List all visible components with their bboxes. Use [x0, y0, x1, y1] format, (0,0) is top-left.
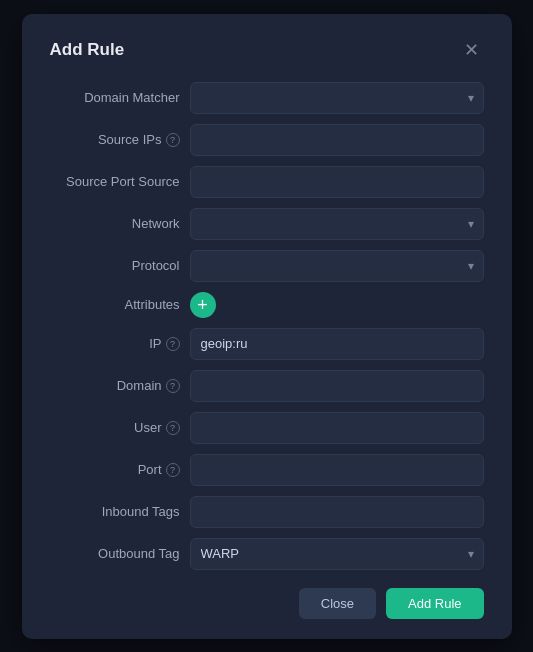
domain-matcher-select[interactable] [190, 82, 484, 114]
inbound-tags-row: Inbound Tags [50, 496, 484, 528]
outbound-tag-select[interactable]: WARP [190, 538, 484, 570]
domain-input[interactable] [190, 370, 484, 402]
domain-matcher-select-wrapper: ▾ [190, 82, 484, 114]
ip-label: IP ? [50, 336, 180, 351]
modal-footer: Close Add Rule [50, 588, 484, 619]
source-ips-help-icon[interactable]: ? [166, 133, 180, 147]
inbound-tags-input[interactable] [190, 496, 484, 528]
domain-label: Domain ? [50, 378, 180, 393]
ip-row: IP ? [50, 328, 484, 360]
domain-matcher-label: Domain Matcher [50, 90, 180, 105]
close-button[interactable]: Close [299, 588, 376, 619]
domain-help-icon[interactable]: ? [166, 379, 180, 393]
port-label: Port ? [50, 462, 180, 477]
modal-title: Add Rule [50, 40, 125, 60]
source-ips-input[interactable] [190, 124, 484, 156]
network-row: Network ▾ [50, 208, 484, 240]
source-ips-label: Source IPs ? [50, 132, 180, 147]
user-label: User ? [50, 420, 180, 435]
protocol-row: Protocol ▾ [50, 250, 484, 282]
modal-header: Add Rule ✕ [50, 38, 484, 62]
protocol-label: Protocol [50, 258, 180, 273]
modal-close-button[interactable]: ✕ [460, 38, 484, 62]
outbound-tag-row: Outbound Tag WARP ▾ [50, 538, 484, 570]
network-select[interactable] [190, 208, 484, 240]
port-help-icon[interactable]: ? [166, 463, 180, 477]
protocol-select-wrapper: ▾ [190, 250, 484, 282]
add-rule-button[interactable]: Add Rule [386, 588, 483, 619]
port-input[interactable] [190, 454, 484, 486]
protocol-select[interactable] [190, 250, 484, 282]
network-select-wrapper: ▾ [190, 208, 484, 240]
ip-help-icon[interactable]: ? [166, 337, 180, 351]
attributes-label: Attributes [50, 297, 180, 312]
outbound-tag-label: Outbound Tag [50, 546, 180, 561]
user-help-icon[interactable]: ? [166, 421, 180, 435]
add-rule-modal: Add Rule ✕ Domain Matcher ▾ Source IPs ?… [22, 14, 512, 639]
modal-overlay: Add Rule ✕ Domain Matcher ▾ Source IPs ?… [0, 0, 533, 652]
source-ips-row: Source IPs ? [50, 124, 484, 156]
outbound-tag-select-wrapper: WARP ▾ [190, 538, 484, 570]
source-port-label: Source Port Source [50, 174, 180, 189]
network-label: Network [50, 216, 180, 231]
user-input[interactable] [190, 412, 484, 444]
port-row: Port ? [50, 454, 484, 486]
inbound-tags-label: Inbound Tags [50, 504, 180, 519]
add-attribute-button[interactable]: + [190, 292, 216, 318]
ip-input[interactable] [190, 328, 484, 360]
user-row: User ? [50, 412, 484, 444]
domain-matcher-row: Domain Matcher ▾ [50, 82, 484, 114]
attributes-row: Attributes + [50, 292, 484, 318]
source-port-input[interactable] [190, 166, 484, 198]
domain-row: Domain ? [50, 370, 484, 402]
source-port-row: Source Port Source [50, 166, 484, 198]
